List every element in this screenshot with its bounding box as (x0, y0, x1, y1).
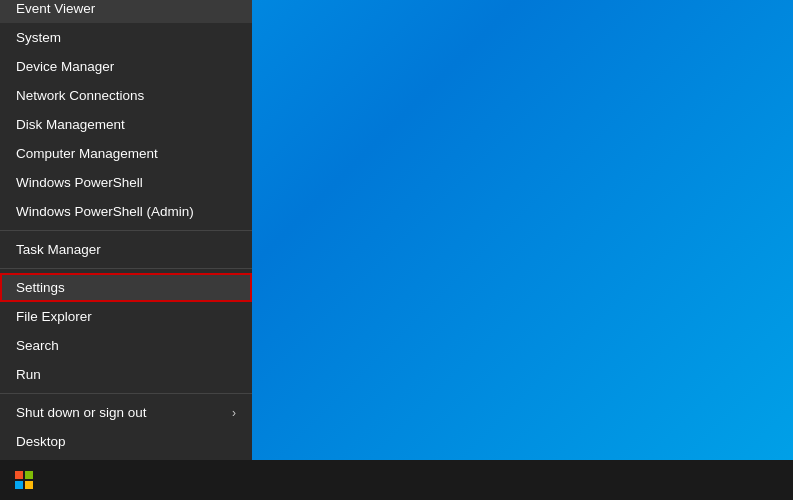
menu-item-label-search: Search (16, 338, 59, 353)
menu-item-label-event-viewer: Event Viewer (16, 1, 95, 16)
menu-divider (0, 230, 252, 231)
menu-item-disk-management[interactable]: Disk Management (0, 110, 252, 139)
menu-item-label-desktop: Desktop (16, 434, 66, 449)
menu-item-system[interactable]: System (0, 23, 252, 52)
menu-item-search[interactable]: Search (0, 331, 252, 360)
menu-item-settings[interactable]: Settings (0, 273, 252, 302)
desktop: Apps and FeaturesPower OptionsEvent View… (0, 0, 793, 500)
menu-item-label-task-manager: Task Manager (16, 242, 101, 257)
menu-item-label-disk-management: Disk Management (16, 117, 125, 132)
menu-item-label-shut-down-or-sign-out: Shut down or sign out (16, 405, 147, 420)
menu-item-event-viewer[interactable]: Event Viewer (0, 0, 252, 23)
menu-item-label-network-connections: Network Connections (16, 88, 144, 103)
menu-item-computer-management[interactable]: Computer Management (0, 139, 252, 168)
menu-item-label-device-manager: Device Manager (16, 59, 114, 74)
menu-item-label-computer-management: Computer Management (16, 146, 158, 161)
menu-item-run[interactable]: Run (0, 360, 252, 389)
menu-item-label-settings: Settings (16, 280, 65, 295)
menu-divider (0, 268, 252, 269)
menu-item-task-manager[interactable]: Task Manager (0, 235, 252, 264)
menu-item-label-windows-powershell-admin: Windows PowerShell (Admin) (16, 204, 194, 219)
menu-item-shut-down-or-sign-out[interactable]: Shut down or sign out› (0, 398, 252, 427)
windows-logo-icon (15, 471, 33, 489)
menu-item-windows-powershell-admin[interactable]: Windows PowerShell (Admin) (0, 197, 252, 226)
start-button[interactable] (0, 460, 48, 500)
menu-item-label-windows-powershell: Windows PowerShell (16, 175, 143, 190)
menu-item-file-explorer[interactable]: File Explorer (0, 302, 252, 331)
menu-item-desktop[interactable]: Desktop (0, 427, 252, 456)
menu-divider (0, 393, 252, 394)
taskbar (0, 460, 793, 500)
submenu-arrow-icon: › (232, 406, 236, 420)
context-menu: Apps and FeaturesPower OptionsEvent View… (0, 0, 252, 460)
menu-item-label-system: System (16, 30, 61, 45)
menu-item-device-manager[interactable]: Device Manager (0, 52, 252, 81)
menu-item-label-run: Run (16, 367, 41, 382)
menu-item-network-connections[interactable]: Network Connections (0, 81, 252, 110)
menu-item-windows-powershell[interactable]: Windows PowerShell (0, 168, 252, 197)
menu-item-label-file-explorer: File Explorer (16, 309, 92, 324)
